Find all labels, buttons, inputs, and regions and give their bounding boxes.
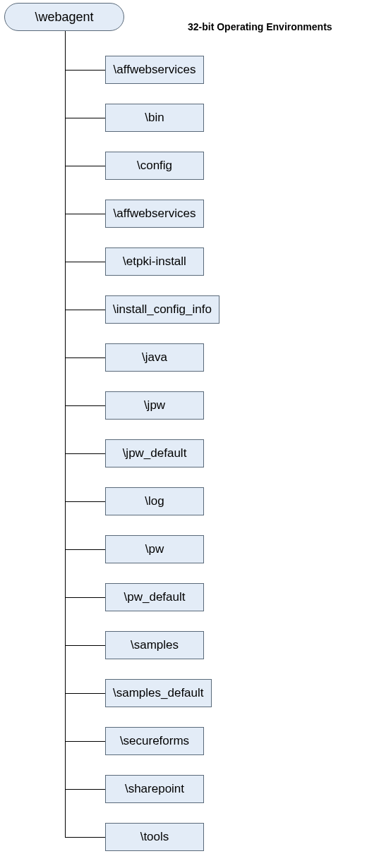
tree-child-label: \log (145, 494, 164, 508)
tree-horizontal-line (65, 789, 105, 790)
root-label: \webagent (35, 10, 93, 25)
tree-horizontal-line (65, 597, 105, 598)
tree-horizontal-line (65, 214, 105, 214)
tree-child-label: \affwebservices (114, 207, 196, 221)
tree-child-box: \jpw_default (105, 439, 204, 467)
tree-child-box: \secureforms (105, 727, 204, 755)
tree-child-box: \pw (105, 535, 204, 563)
tree-child-label: \java (142, 350, 167, 365)
tree-child-box: \install_config_info (105, 295, 219, 324)
tree-horizontal-line (65, 70, 105, 71)
tree-child-box: \log (105, 487, 204, 515)
tree-horizontal-line (65, 549, 105, 550)
tree-child-box: \java (105, 343, 204, 372)
tree-horizontal-line (65, 645, 105, 646)
tree-child-box: \samples_default (105, 679, 212, 707)
tree-vertical-line (65, 31, 66, 837)
tree-child-label: \sharepoint (125, 782, 184, 796)
tree-horizontal-line (65, 262, 105, 262)
tree-child-box: \tools (105, 823, 204, 851)
tree-child-box: \pw_default (105, 583, 204, 611)
tree-child-box: \config (105, 152, 204, 180)
tree-child-box: \affwebservices (105, 200, 204, 228)
tree-child-box: \etpki-install (105, 247, 204, 276)
tree-horizontal-line (65, 118, 105, 118)
tree-horizontal-line (65, 693, 105, 694)
tree-child-label: \samples (131, 638, 179, 652)
tree-child-box: \jpw (105, 391, 204, 420)
tree-child-label: \secureforms (120, 734, 189, 748)
tree-child-label: \etpki-install (123, 255, 186, 269)
tree-horizontal-line (65, 501, 105, 502)
tree-horizontal-line (65, 357, 105, 358)
diagram-title: 32-bit Operating Environments (188, 21, 332, 32)
tree-horizontal-line (65, 837, 105, 838)
tree-horizontal-line (65, 166, 105, 166)
tree-child-label: \pw (145, 542, 164, 556)
tree-child-label: \install_config_info (113, 302, 212, 317)
tree-horizontal-line (65, 741, 105, 742)
tree-horizontal-line (65, 310, 105, 310)
tree-child-label: \config (137, 159, 172, 173)
tree-horizontal-line (65, 453, 105, 454)
tree-child-label: \affwebservices (114, 63, 196, 77)
tree-horizontal-line (65, 405, 105, 406)
root-node: \webagent (4, 3, 124, 31)
tree-child-box: \affwebservices (105, 56, 204, 84)
tree-child-box: \samples (105, 631, 204, 659)
tree-child-label: \jpw (144, 398, 165, 412)
tree-child-box: \sharepoint (105, 775, 204, 803)
tree-child-label: \pw_default (124, 590, 186, 604)
tree-child-label: \bin (145, 111, 164, 125)
tree-child-label: \tools (140, 830, 169, 844)
tree-child-label: \samples_default (113, 686, 204, 700)
tree-child-label: \jpw_default (123, 446, 187, 460)
tree-child-box: \bin (105, 104, 204, 132)
